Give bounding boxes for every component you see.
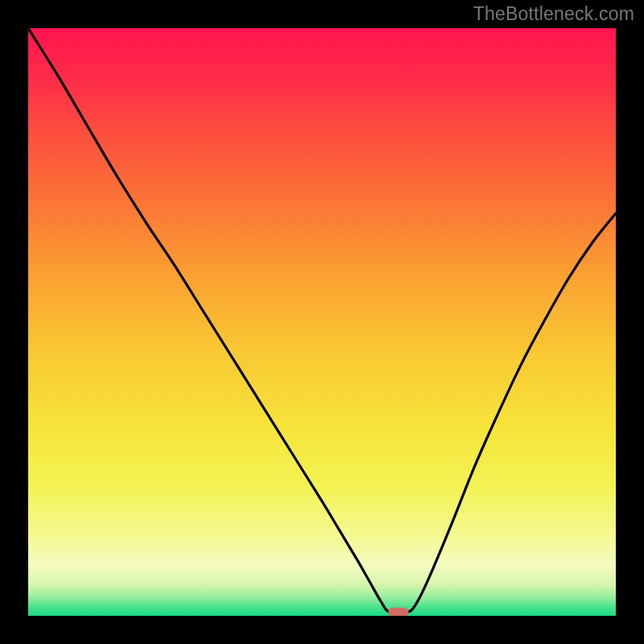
chart-frame: TheBottleneck.com	[0, 0, 644, 644]
plot-area	[28, 28, 616, 616]
watermark-text: TheBottleneck.com	[473, 3, 634, 25]
optimal-marker	[28, 28, 616, 616]
svg-rect-1	[388, 608, 409, 616]
